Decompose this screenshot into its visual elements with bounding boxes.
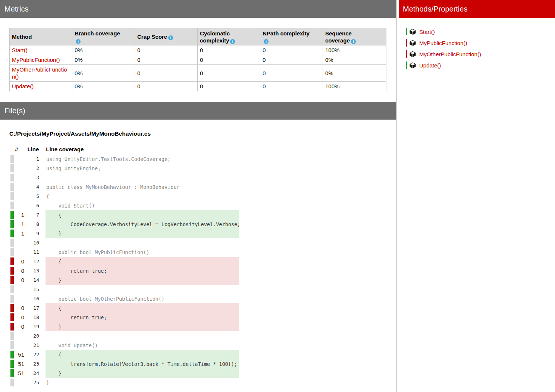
coverage-indicator <box>10 239 14 247</box>
code-cell <box>46 173 239 182</box>
method-link[interactable]: Start() <box>12 47 28 53</box>
coverage-indicator <box>10 183 14 191</box>
method-link[interactable]: Start() <box>419 29 435 35</box>
info-icon[interactable] <box>168 35 173 40</box>
hit-count: 0 <box>14 277 24 283</box>
code-text: } <box>46 380 49 386</box>
code-line-row: 11 public bool MyPublicFunction() <box>0 247 396 257</box>
coverage-indicator <box>10 332 14 340</box>
branch-coverage-value: 0% <box>72 65 135 82</box>
cube-icon <box>410 51 416 57</box>
code-cell: { <box>46 192 239 201</box>
files-title: File(s) <box>4 107 25 115</box>
code-line-row: 15 <box>0 285 396 294</box>
code-line-row: 0 19 } <box>0 322 396 331</box>
coverage-indicator <box>10 174 14 181</box>
method-link[interactable]: MyOtherPublicFunction() <box>419 51 481 57</box>
sidebar-title: Methods/Properties <box>403 5 467 13</box>
method-link[interactable]: Update() <box>12 83 34 89</box>
crap-score-value: 0 <box>135 55 198 65</box>
coverage-indicator <box>10 341 14 349</box>
code-cell: void Start() <box>46 201 239 210</box>
code-cell: void Update() <box>46 341 239 350</box>
coverage-indicator <box>10 360 14 368</box>
line-number: 21 <box>24 342 39 348</box>
info-icon[interactable] <box>230 39 235 44</box>
info-icon[interactable] <box>264 39 269 44</box>
code-text: { <box>46 352 62 358</box>
line-number: 19 <box>24 324 39 329</box>
code-text: transform.Rotate(Vector3.back * Time.del… <box>46 361 237 367</box>
code-cell: return true; <box>46 313 239 322</box>
code-cell: } <box>46 229 239 238</box>
sidebar-method-item: Update() <box>399 60 555 71</box>
coverage-indicator <box>10 276 14 284</box>
hits-column-header: # <box>15 146 18 153</box>
code-line-row: 0 12 { <box>0 257 396 266</box>
line-number: 12 <box>24 259 39 264</box>
info-icon[interactable] <box>351 39 356 44</box>
cube-icon <box>410 62 416 69</box>
cyclomatic-complexity-value: 0 <box>198 45 260 55</box>
crap-score-value: 0 <box>135 82 198 91</box>
code-line-row: 1 8 CodeCoverage.VerbosityLevel = LogVer… <box>0 219 396 229</box>
code-line-row: 1 7 { <box>0 210 396 219</box>
line-number: 15 <box>24 287 39 292</box>
metrics-table-row: Start() 0% 0 0 0 100% <box>10 45 386 55</box>
code-line-row: 51 22 { <box>0 350 396 359</box>
code-line-row: 0 18 return true; <box>0 313 396 322</box>
metrics-column-header: Method <box>10 28 72 45</box>
hit-count: 0 <box>14 323 24 330</box>
hit-count: 1 <box>14 212 24 218</box>
hit-count: 51 <box>14 361 24 367</box>
line-number: 7 <box>24 212 39 218</box>
hit-count: 1 <box>14 221 24 227</box>
method-link[interactable]: MyPublicFunction() <box>419 40 467 46</box>
cyclomatic-complexity-value: 0 <box>198 82 260 91</box>
method-link[interactable]: MyPublicFunction() <box>12 57 60 63</box>
coverage-indicator <box>10 313 14 321</box>
code-cell <box>46 238 239 247</box>
methods-list: Start() MyPublicFunction() MyOtherPublic… <box>399 26 555 71</box>
sequence-coverage-value: 0% <box>323 55 386 65</box>
code-columns-header: # Line Line coverage <box>0 146 396 153</box>
line-number: 22 <box>24 352 39 357</box>
code-line-row: 0 13 return true; <box>0 266 396 275</box>
coverage-indicator <box>10 369 14 377</box>
coverage-indicator <box>10 379 14 386</box>
hit-count: 0 <box>14 258 24 265</box>
line-number: 14 <box>24 277 39 283</box>
code-line-row: 2 using UnityEngine; <box>0 164 396 173</box>
line-number: 8 <box>24 221 39 227</box>
main-panel: Metrics Method Branch coverage Crap Scor… <box>0 0 396 387</box>
crap-score-value: 0 <box>135 65 198 82</box>
code-cell: public class MyMonoBehaviour : MonoBehav… <box>46 182 239 192</box>
info-icon[interactable] <box>76 39 81 44</box>
line-number: 1 <box>24 156 39 162</box>
sequence-coverage-value: 100% <box>323 45 386 55</box>
npath-complexity-value: 0 <box>260 82 323 91</box>
code-text: } <box>46 277 62 283</box>
code-text: } <box>46 370 62 376</box>
coverage-indicator <box>10 164 14 172</box>
code-cell: { <box>46 257 239 266</box>
code-cell: return true; <box>46 266 239 275</box>
code-text: { <box>46 259 62 265</box>
line-number: 17 <box>24 305 39 311</box>
code-text: using UnityEngine; <box>46 165 101 171</box>
metrics-column-header: Sequence coverage <box>323 28 386 45</box>
code-text: return true; <box>46 268 107 274</box>
code-cell: { <box>46 210 239 219</box>
method-link[interactable]: MyOtherPublicFunction() <box>12 66 67 80</box>
line-number: 6 <box>24 203 39 208</box>
metrics-table-row: Update() 0% 0 0 0 100% <box>10 82 386 91</box>
line-number: 9 <box>24 231 39 236</box>
branch-coverage-value: 0% <box>72 45 135 55</box>
code-line-row: 4 public class MyMonoBehaviour : MonoBeh… <box>0 182 396 192</box>
method-link[interactable]: Update() <box>419 62 441 69</box>
coverage-indicator <box>10 192 14 200</box>
line-number: 16 <box>24 296 39 301</box>
sidebar-panel: Methods/Properties Start() MyPublicFunct… <box>396 0 555 392</box>
sequence-coverage-value: 0% <box>323 65 386 82</box>
code-line-row: 25 } <box>0 378 396 387</box>
